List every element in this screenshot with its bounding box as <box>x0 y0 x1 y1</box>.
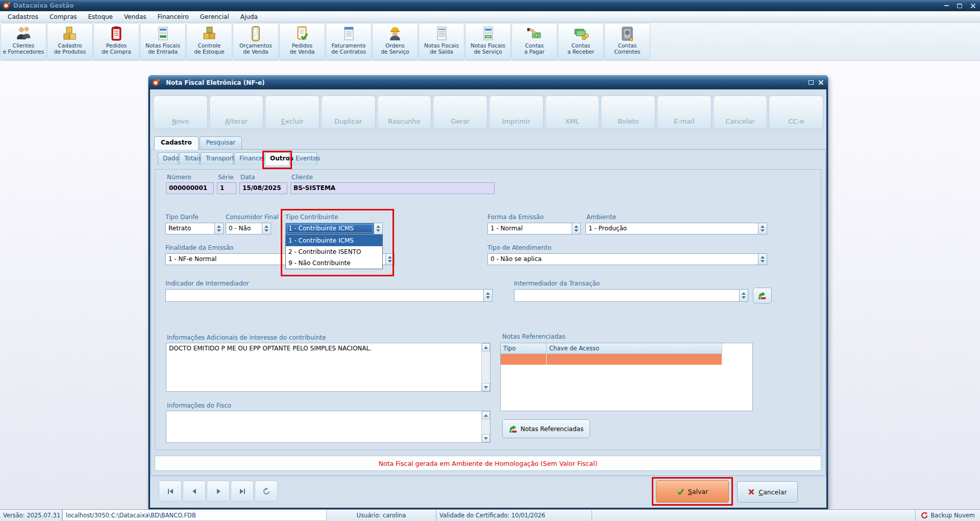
stock-control-icon <box>201 25 218 42</box>
data-field[interactable]: 15/08/2025 <box>239 182 287 194</box>
intermediador-transacao-combo[interactable] <box>514 289 748 302</box>
tab-cadastro[interactable]: Cadastro <box>154 136 199 150</box>
menu-vendas[interactable]: Vendas <box>118 11 152 22</box>
info-adicionais-textarea[interactable]: DOCTO EMITIDO P ME OU EPP OPTANTE PELO S… <box>166 343 491 392</box>
excluir-button[interactable]: Excluir <box>265 96 320 129</box>
menu-ajuda[interactable]: Ajuda <box>235 11 263 22</box>
scroll-up-icon[interactable] <box>482 343 490 351</box>
spinner-icon[interactable] <box>483 290 492 301</box>
toolbar-controle-estoque[interactable]: Controlede Estoque <box>186 23 232 60</box>
tab-pesquisar[interactable]: Pesquisar <box>200 136 242 150</box>
spinner-icon[interactable] <box>739 290 748 301</box>
toolbar-pedidos-compra[interactable]: Pedidosde Compra <box>93 23 139 60</box>
spinner-icon[interactable] <box>262 223 271 234</box>
toolbar-ordens-servico[interactable]: Ordensde Serviço <box>372 23 418 60</box>
tipo-atendimento-combo[interactable]: 0 - Não se aplica <box>487 253 767 265</box>
rascunho-button[interactable]: Rascunho <box>377 96 432 129</box>
dialog-maximize-icon[interactable] <box>808 80 814 85</box>
spinner-icon[interactable] <box>572 223 580 234</box>
cancelar-nfe-button[interactable]: Cancelar <box>713 96 768 129</box>
cancelar-button[interactable]: Cancelar <box>737 481 798 503</box>
minimize-icon[interactable] <box>942 2 950 9</box>
toolbar-nf-saida[interactable]: Notas Fiscaisde Saída <box>419 23 464 60</box>
scroll-down-icon[interactable] <box>482 434 490 442</box>
dialog-close-icon[interactable] <box>818 80 824 85</box>
restore-icon[interactable] <box>955 2 964 9</box>
menu-financeiro[interactable]: Financeiro <box>152 11 194 22</box>
toolbar-cadastro-produtos[interactable]: Cadastrode Produtos <box>47 23 93 60</box>
tab-eventos[interactable]: Eventos <box>290 152 317 165</box>
service-orders-icon <box>386 25 404 42</box>
scroll-down-icon[interactable] <box>482 383 490 391</box>
scrollbar[interactable] <box>481 411 490 442</box>
tab-financeiro[interactable]: Financeiro <box>234 152 264 165</box>
x-icon <box>748 488 755 495</box>
spinner-icon[interactable] <box>214 223 223 234</box>
tipo-contribuinte-combo[interactable]: 1 - Contribuinte ICMS <box>285 223 383 234</box>
email-button[interactable]: E-mail <box>657 96 712 129</box>
nav-refresh-button[interactable] <box>255 481 278 502</box>
novo-button[interactable]: Novo <box>153 96 208 129</box>
column-tipo: Tipo <box>501 343 547 354</box>
notas-referenciadas-button[interactable]: Notas Referenciadas <box>502 419 590 438</box>
toolbar-clientes-fornecedores[interactable]: Clientese Fornecedores <box>1 23 46 60</box>
numero-field[interactable]: 000000001 <box>166 182 214 194</box>
notas-referenciadas-table[interactable]: Tipo Chave de Acesso <box>500 343 753 411</box>
tab-transporte[interactable]: Transporte <box>201 152 233 165</box>
imprimir-button[interactable]: Imprimir <box>489 96 544 129</box>
menu-compras[interactable]: Compras <box>44 11 83 22</box>
dropdown-option[interactable]: 2 - Contribuinte ISENTO <box>286 246 382 257</box>
spinner-icon[interactable] <box>758 254 767 265</box>
nav-last-button[interactable] <box>231 481 254 502</box>
scroll-up-icon[interactable] <box>482 411 490 419</box>
backup-nuvem-button[interactable]: Backup Nuvem <box>916 510 980 521</box>
window-title: Datacaixa Gestão <box>13 2 74 9</box>
cce-button[interactable]: CC-e <box>769 96 823 129</box>
info-fisco-textarea[interactable] <box>166 411 491 443</box>
numero-label: Número <box>167 174 191 181</box>
nav-first-button[interactable] <box>159 481 182 502</box>
close-icon[interactable] <box>969 2 977 9</box>
menu-cadastros[interactable]: Cadastros <box>2 11 44 22</box>
xml-button[interactable]: XML <box>545 96 600 129</box>
spinner-icon[interactable] <box>385 254 394 265</box>
dropdown-option[interactable]: 1 - Contribuinte ICMS <box>286 235 382 246</box>
incoming-invoices-icon <box>154 25 172 42</box>
toolbar-nf-entrada[interactable]: Notas Fiscaisde Entrada <box>140 23 186 60</box>
toolbar-pedidos-venda[interactable]: Pedidosde Venda <box>279 23 325 60</box>
tipo-danfe-combo[interactable]: Retrato <box>165 223 224 234</box>
toolbar-faturamento-contratos[interactable]: Faturamentode Contratos <box>326 23 372 60</box>
consumidor-final-combo[interactable]: 0 - Não <box>226 223 271 234</box>
duplicar-button[interactable]: Duplicar <box>321 96 376 129</box>
forma-emissao-combo[interactable]: 1 - Normal <box>487 223 581 234</box>
table-row[interactable] <box>501 354 752 365</box>
indicador-intermediador-combo[interactable] <box>165 289 493 302</box>
toolbar-contas-correntes[interactable]: ContasCorrentes <box>604 23 650 60</box>
gerar-button[interactable]: Gerar <box>433 96 487 129</box>
previous-record-icon <box>190 487 199 495</box>
toolbar-orcamentos-venda[interactable]: Orçamentosde Venda <box>233 23 279 60</box>
serie-label: Série <box>218 174 234 181</box>
scrollbar[interactable] <box>481 343 490 391</box>
ambiente-combo[interactable]: 1 - Produção <box>585 223 767 234</box>
menu-estoque[interactable]: Estoque <box>83 11 119 22</box>
spinner-icon[interactable] <box>374 223 382 234</box>
nav-previous-button[interactable] <box>183 481 206 502</box>
tab-dados[interactable]: Dados <box>158 152 178 165</box>
serie-field[interactable]: 1 <box>217 182 236 194</box>
toolbar-nf-servico[interactable]: Notas Fiscaisde Serviço <box>465 23 511 60</box>
toolbar-contas-pagar[interactable]: Contasa Pagar <box>511 23 557 60</box>
alterar-button[interactable]: Alterar <box>209 96 264 129</box>
cliente-field[interactable]: BS-SISTEMA <box>290 182 495 194</box>
status-usuario: Usuário: carolina <box>327 510 436 521</box>
tab-totais[interactable]: Totais <box>179 152 200 165</box>
toolbar-contas-receber[interactable]: Contasa Receber <box>558 23 604 60</box>
nav-next-button[interactable] <box>207 481 230 502</box>
menu-gerencial[interactable]: Gerencial <box>194 11 235 22</box>
dropdown-option[interactable]: 9 - Não Contribuinte <box>286 257 382 269</box>
intermediador-lookup-button[interactable] <box>753 288 772 303</box>
boleto-button[interactable]: Boleto <box>601 96 655 129</box>
tab-outros[interactable]: Outros <box>265 152 289 165</box>
spinner-icon[interactable] <box>758 223 767 234</box>
salvar-button[interactable]: Salvar <box>656 480 729 503</box>
